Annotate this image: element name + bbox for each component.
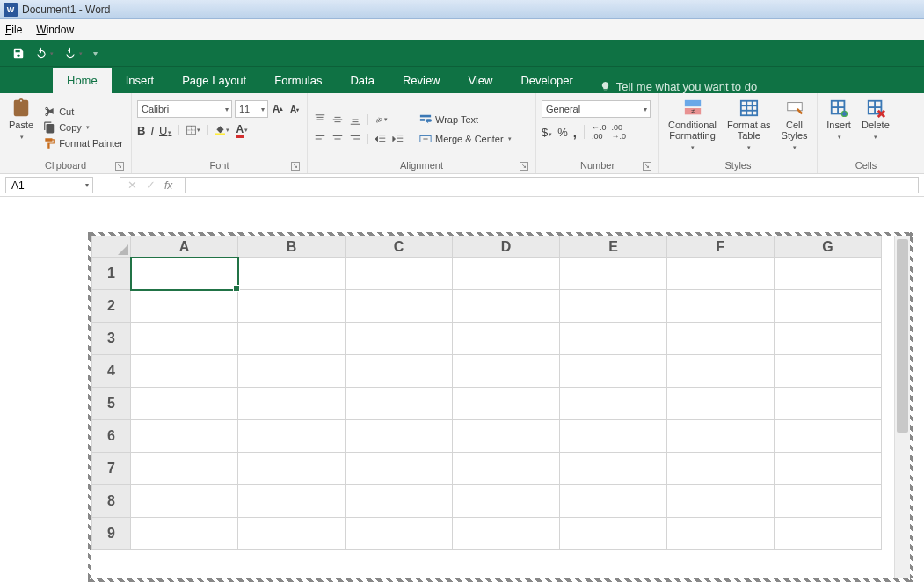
cell[interactable] (775, 485, 882, 518)
italic-button[interactable]: I (150, 124, 154, 137)
cell[interactable] (775, 323, 882, 355)
cell-styles-button[interactable]: Cell Styles▾ (778, 97, 811, 158)
orientation-button[interactable]: ab▾ (374, 113, 388, 127)
format-as-table-button[interactable]: Format as Table▾ (724, 97, 775, 158)
dialog-launcher-icon[interactable]: ↘ (643, 162, 651, 171)
tab-insert[interactable]: Insert (112, 68, 169, 93)
cell[interactable] (238, 290, 346, 323)
tab-formulas[interactable]: Formulas (260, 68, 336, 93)
menu-file[interactable]: File (5, 24, 22, 36)
cell[interactable] (667, 420, 775, 453)
cell[interactable] (131, 485, 238, 518)
column-header[interactable]: B (238, 236, 346, 258)
cell[interactable] (131, 388, 238, 420)
column-header[interactable]: A (131, 236, 238, 258)
cell[interactable] (453, 388, 560, 420)
row-header[interactable]: 1 (92, 258, 131, 290)
cell[interactable] (238, 420, 346, 453)
cell[interactable] (560, 485, 667, 518)
cell[interactable] (775, 518, 882, 550)
cell[interactable] (238, 388, 346, 420)
delete-cells-button[interactable]: Delete▾ (858, 97, 893, 158)
dialog-launcher-icon[interactable]: ↘ (520, 162, 528, 171)
cell[interactable] (560, 420, 667, 453)
row-header[interactable]: 5 (92, 388, 131, 420)
copy-button[interactable]: Copy ▾ (40, 120, 126, 135)
cell[interactable] (560, 355, 667, 388)
cell[interactable] (346, 290, 453, 323)
column-header[interactable]: G (775, 236, 882, 258)
qat-customize[interactable]: ▾ (93, 48, 98, 58)
increase-decimal-button[interactable]: ←.0.00 (592, 123, 607, 141)
conditional-formatting-button[interactable]: ≠ Conditional Formatting▾ (665, 97, 720, 158)
column-header[interactable]: E (560, 236, 667, 258)
paste-button[interactable]: Paste ▾ (5, 97, 37, 158)
row-header[interactable]: 4 (92, 355, 131, 388)
decrease-indent-button[interactable] (374, 132, 388, 146)
borders-button[interactable]: ▾ (186, 123, 200, 137)
vertical-scrollbar[interactable] (894, 236, 910, 578)
cell[interactable] (560, 290, 667, 323)
cell[interactable] (453, 485, 560, 518)
cell[interactable] (238, 453, 346, 485)
cell[interactable] (131, 453, 238, 485)
cell[interactable] (238, 355, 346, 388)
tab-view[interactable]: View (455, 68, 507, 93)
row-header[interactable]: 9 (92, 518, 131, 550)
row-header[interactable]: 7 (92, 453, 131, 485)
increase-font-button[interactable]: A▴ (271, 102, 285, 116)
row-header[interactable]: 8 (92, 485, 131, 518)
cell[interactable] (453, 518, 560, 550)
row-header[interactable]: 3 (92, 323, 131, 355)
tab-home[interactable]: Home (53, 68, 112, 93)
row-header[interactable]: 6 (92, 420, 131, 453)
align-left-button[interactable] (313, 132, 327, 146)
cell[interactable] (453, 355, 560, 388)
tab-page-layout[interactable]: Page Layout (168, 68, 260, 93)
wrap-text-button[interactable]: Wrap Text (417, 113, 514, 127)
redo-button[interactable]: ▾ (64, 47, 83, 60)
cell[interactable] (346, 258, 453, 290)
font-size-combo[interactable]: 11▾ (235, 100, 268, 118)
save-button[interactable] (12, 47, 25, 60)
tell-me-search[interactable]: Tell me what you want to do (600, 80, 757, 93)
cell[interactable] (131, 355, 238, 388)
cell[interactable] (775, 453, 882, 485)
fx-label[interactable]: fx (164, 179, 178, 192)
cell[interactable] (775, 420, 882, 453)
cell[interactable] (667, 323, 775, 355)
dialog-launcher-icon[interactable]: ↘ (115, 162, 124, 171)
cell[interactable] (346, 453, 453, 485)
format-painter-button[interactable]: Format Painter (40, 136, 126, 150)
cancel-formula-button[interactable]: ✕ (127, 178, 137, 192)
cell[interactable] (453, 420, 560, 453)
merge-center-button[interactable]: Merge & Center ▾ (417, 132, 514, 146)
cell[interactable] (667, 290, 775, 323)
cell[interactable] (775, 355, 882, 388)
cell[interactable] (667, 453, 775, 485)
align-bottom-button[interactable] (348, 113, 362, 127)
dialog-launcher-icon[interactable]: ↘ (291, 162, 300, 171)
cut-button[interactable]: Cut (40, 105, 126, 119)
select-all-corner[interactable] (92, 236, 131, 258)
font-name-combo[interactable]: Calibri▾ (137, 100, 232, 118)
cell[interactable] (346, 485, 453, 518)
underline-button[interactable]: U▾ (159, 124, 171, 137)
tab-data[interactable]: Data (336, 68, 388, 93)
cell[interactable] (775, 258, 882, 290)
align-top-button[interactable] (313, 113, 327, 127)
cell[interactable] (560, 518, 667, 550)
cell[interactable] (560, 388, 667, 420)
cell[interactable] (238, 485, 346, 518)
name-box[interactable]: A1 ▾ (5, 177, 93, 193)
cell[interactable] (667, 388, 775, 420)
cell-a1[interactable] (131, 258, 238, 290)
cell[interactable] (346, 518, 453, 550)
align-middle-button[interactable] (331, 113, 345, 127)
accounting-format-button[interactable]: $▾ (542, 126, 552, 139)
percent-format-button[interactable]: % (557, 126, 568, 139)
column-header[interactable]: D (453, 236, 560, 258)
cell[interactable] (560, 453, 667, 485)
undo-button[interactable]: ▾ (35, 47, 54, 60)
cell[interactable] (346, 323, 453, 355)
